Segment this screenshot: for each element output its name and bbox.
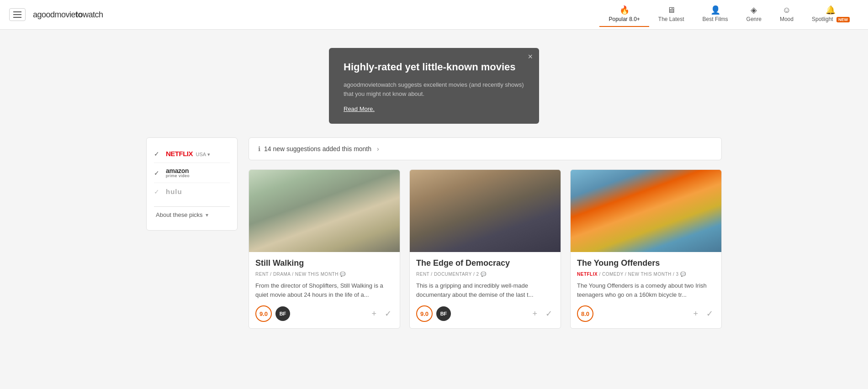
person-icon: 👤 — [710, 6, 720, 14]
bell-icon: 🔔 — [826, 6, 836, 14]
popup-body: agoodmovietowatch suggests excellent mov… — [344, 80, 524, 100]
mood-icon: ☺ — [783, 6, 791, 14]
main-nav: 🔥 Popular 8.0+ 🖥 The Latest 👤 Best Films… — [599, 2, 859, 27]
movie-info-young-offenders: The Young Offenders NETFLIX / COMEDY / N… — [571, 252, 721, 328]
movie-meta-still-walking: RENT / DRAMA / NEW THIS MONTH 💬 — [255, 272, 393, 277]
movie-title-edge-democracy: The Edge of Democracy — [416, 258, 554, 268]
mark-watched-button-edge-democracy[interactable]: ✓ — [544, 307, 554, 321]
sidebar: ✓ NETFLIX USA ▾ ✓ amazon prime video — [146, 137, 238, 231]
info-icon: ℹ — [258, 145, 260, 152]
site-logo[interactable]: agoodmovietowatch — [33, 10, 103, 20]
nav-item-spotlight[interactable]: 🔔 Spotlight NEW — [803, 2, 859, 27]
hamburger-line — [13, 11, 21, 12]
about-picks-label: About these picks — [156, 211, 203, 218]
streaming-item-hulu[interactable]: ✓ hulu — [154, 183, 230, 200]
movie-meta-young-offenders: NETFLIX / COMEDY / NEW THIS MONTH / 3 💬 — [577, 272, 715, 277]
nav-item-mood[interactable]: ☺ Mood — [771, 2, 803, 27]
movie-meta-edge-democracy: RENT / DOCUMENTARY / 2 💬 — [416, 272, 554, 277]
movie-desc-still-walking: From the director of Shoplifters, Still … — [255, 281, 393, 299]
nav-label-latest: The Latest — [658, 16, 684, 22]
score-badge-young-offenders: 8.0 — [577, 305, 593, 322]
about-picks-dropdown[interactable]: About these picks ▾ — [154, 206, 230, 223]
movie-card-young-offenders[interactable]: The Young Offenders NETFLIX / COMEDY / N… — [570, 169, 722, 329]
amazon-logo: amazon prime video — [166, 168, 190, 178]
mark-watched-button-still-walking[interactable]: ✓ — [383, 307, 393, 321]
nav-label-best-films: Best Films — [703, 16, 728, 22]
hamburger-line — [13, 17, 21, 18]
streaming-item-amazon[interactable]: ✓ amazon prime video — [154, 163, 230, 183]
movies-grid: Still Walking RENT / DRAMA / NEW THIS MO… — [249, 169, 722, 329]
comment-icon-edge: 💬 — [481, 272, 487, 277]
check-icon-amazon: ✓ — [154, 169, 161, 177]
hamburger-menu-button[interactable] — [9, 8, 26, 21]
nav-label-spotlight: Spotlight NEW — [812, 16, 850, 22]
check-icon-netflix: ✓ — [154, 150, 161, 158]
comment-icon-young: 💬 — [680, 272, 686, 277]
add-watchlist-button-young-offenders[interactable]: + — [691, 307, 700, 321]
nav-label-genre: Genre — [746, 16, 762, 22]
add-watchlist-button-edge-democracy[interactable]: + — [530, 307, 539, 321]
movie-title-still-walking: Still Walking — [255, 258, 393, 268]
nav-item-genre[interactable]: ◈ Genre — [737, 2, 771, 27]
header: agoodmovietowatch 🔥 Popular 8.0+ 🖥 The L… — [0, 0, 868, 30]
movie-source-netflix: NETFLIX — [577, 272, 598, 277]
nav-item-latest[interactable]: 🖥 The Latest — [649, 2, 693, 27]
fire-icon: 🔥 — [619, 6, 630, 14]
comment-icon-still-walking: 💬 — [340, 272, 346, 277]
score-badge-edge-democracy: 9.0 — [416, 305, 433, 322]
movie-desc-young-offenders: The Young Offenders is a comedy about tw… — [577, 281, 715, 299]
dropdown-arrow-icon: ▾ — [206, 212, 208, 218]
movie-desc-edge-democracy: This is a gripping and incredibly well-m… — [416, 281, 554, 299]
header-left: agoodmovietowatch — [9, 8, 103, 21]
nav-item-best-films[interactable]: 👤 Best Films — [693, 2, 737, 27]
movie-footer-young-offenders: 8.0 + ✓ — [577, 305, 715, 322]
netflix-logo: NETFLIX USA ▾ — [166, 150, 210, 158]
main-container: × Highly-rated yet little-known movies a… — [137, 30, 731, 338]
genre-icon: ◈ — [751, 6, 757, 14]
bf-badge-still-walking: BF — [275, 306, 290, 321]
popup-close-button[interactable]: × — [528, 53, 533, 61]
movie-thumbnail-still-walking — [249, 170, 400, 252]
info-popup: × Highly-rated yet little-known movies a… — [329, 48, 539, 124]
streaming-services-box: ✓ NETFLIX USA ▾ ✓ amazon prime video — [146, 137, 238, 231]
hulu-logo: hulu — [166, 188, 182, 195]
popup-title: Highly-rated yet little-known movies — [344, 61, 524, 74]
new-suggestions-banner[interactable]: ℹ 14 new suggestions added this month › — [249, 137, 722, 160]
nav-item-popular[interactable]: 🔥 Popular 8.0+ — [599, 2, 649, 27]
content-layout: ✓ NETFLIX USA ▾ ✓ amazon prime video — [146, 137, 722, 329]
movie-actions-still-walking: + ✓ — [370, 307, 393, 321]
monitor-icon: 🖥 — [667, 6, 675, 14]
movie-thumbnail-young-offenders — [571, 170, 721, 252]
score-badge-still-walking: 9.0 — [255, 305, 272, 322]
movie-card-still-walking[interactable]: Still Walking RENT / DRAMA / NEW THIS MO… — [249, 169, 400, 329]
movie-source: RENT — [416, 272, 429, 277]
movie-info-edge-democracy: The Edge of Democracy RENT / DOCUMENTARY… — [410, 252, 561, 328]
movie-actions-young-offenders: + ✓ — [691, 307, 715, 321]
popup-read-more-link[interactable]: Read More. — [344, 105, 375, 112]
movie-card-edge-democracy[interactable]: The Edge of Democracy RENT / DOCUMENTARY… — [409, 169, 561, 329]
main-area: ℹ 14 new suggestions added this month › … — [249, 137, 722, 329]
hamburger-line — [13, 14, 21, 15]
nav-label-mood: Mood — [780, 16, 794, 22]
movie-thumbnail-edge-democracy — [410, 170, 561, 252]
nav-label-popular: Popular 8.0+ — [609, 16, 640, 22]
movie-info-still-walking: Still Walking RENT / DRAMA / NEW THIS MO… — [249, 252, 400, 328]
movie-actions-edge-democracy: + ✓ — [530, 307, 554, 321]
check-icon-hulu: ✓ — [154, 188, 161, 195]
mark-watched-button-young-offenders[interactable]: ✓ — [704, 307, 715, 321]
movie-footer-edge-democracy: 9.0 BF + ✓ — [416, 305, 554, 322]
add-watchlist-button-still-walking[interactable]: + — [370, 307, 378, 321]
movie-footer-still-walking: 9.0 BF + ✓ — [255, 305, 393, 322]
new-badge: NEW — [836, 17, 850, 22]
banner-text: 14 new suggestions added this month — [264, 145, 371, 152]
movie-source: RENT — [255, 272, 269, 277]
banner-arrow: › — [377, 145, 379, 152]
movie-title-young-offenders: The Young Offenders — [577, 258, 715, 268]
bf-badge-edge-democracy: BF — [436, 306, 451, 321]
streaming-item-netflix[interactable]: ✓ NETFLIX USA ▾ — [154, 145, 230, 163]
